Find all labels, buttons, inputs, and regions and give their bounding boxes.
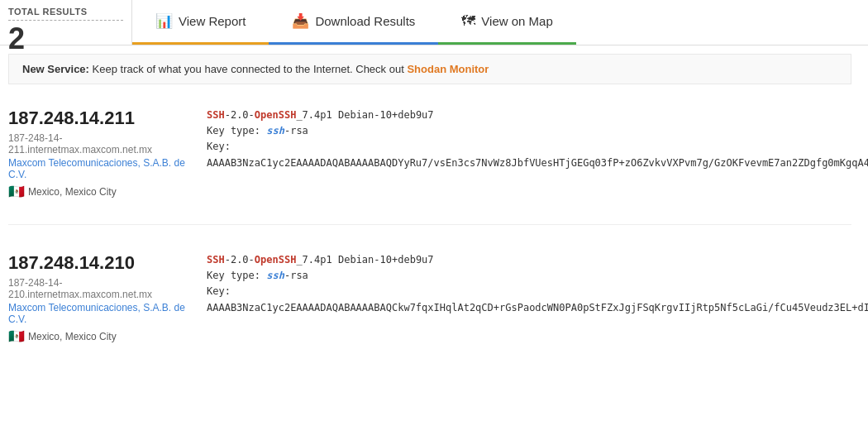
result-ip: 187.248.14.210 xyxy=(8,252,190,274)
result-layout: 187.248.14.211 187-248-14-211.internetma… xyxy=(8,108,851,199)
total-results-label: TOTAL RESULTS xyxy=(8,7,123,21)
tab-view-on-map[interactable]: 🗺 View on Map xyxy=(438,0,575,45)
result-org[interactable]: Maxcom Telecomunicaciones, S.A.B. de C.V… xyxy=(8,157,190,180)
key-type: Key type: ssh-rsa xyxy=(207,268,868,284)
main-content: New Service: Keep track of what you have… xyxy=(0,54,868,361)
tab-view-report-label: View Report xyxy=(179,14,246,28)
result-hostname: 187-248-14-211.internetmax.maxcom.net.mx xyxy=(8,132,190,155)
map-icon: 🗺 xyxy=(461,13,475,30)
total-results-panel: TOTAL RESULTS 2 xyxy=(0,0,132,45)
results-container: 187.248.14.211 187-248-14-211.internetma… xyxy=(8,93,860,361)
result-right: SSH-2.0-OpenSSH_7.4p1 Debian-10+deb9u7 K… xyxy=(207,252,868,344)
result-layout: 187.248.14.210 187-248-14-210.internetma… xyxy=(8,252,851,344)
download-icon: 📥 xyxy=(292,12,309,30)
ssh-banner: SSH-2.0-OpenSSH_7.4p1 Debian-10+deb9u7 xyxy=(207,108,868,123)
result-ip: 187.248.14.211 xyxy=(8,108,190,129)
key-value: Key: AAAAB3NzaC1yc2EAAAADAQABAAAABAQDYyR… xyxy=(207,139,868,170)
result-right: SSH-2.0-OpenSSH_7.4p1 Debian-10+deb9u7 K… xyxy=(207,108,868,199)
result-item: 187.248.14.210 187-248-14-210.internetma… xyxy=(8,237,860,361)
total-results-count: 2 xyxy=(8,24,123,54)
shodan-monitor-link[interactable]: Shodan Monitor xyxy=(407,63,489,75)
flag-icon: 🇲🇽 xyxy=(8,184,25,199)
flag-icon: 🇲🇽 xyxy=(8,328,25,344)
result-location: 🇲🇽 Mexico, Mexico City xyxy=(8,184,190,199)
notice-bold: New Service: xyxy=(22,63,89,75)
result-hostname: 187-248-14-210.internetmax.maxcom.net.mx xyxy=(8,277,190,300)
location-text: Mexico, Mexico City xyxy=(28,331,117,342)
result-divider xyxy=(8,224,851,225)
key-value: Key: AAAAB3NzaC1yc2EAAAADAQABAAAABAQCkw7… xyxy=(207,284,868,315)
result-location: 🇲🇽 Mexico, Mexico City xyxy=(8,328,190,344)
report-icon: 📊 xyxy=(155,12,173,30)
tab-view-report[interactable]: 📊 View Report xyxy=(132,0,269,45)
tab-bar: 📊 View Report 📥 Download Results 🗺 View … xyxy=(132,0,868,45)
tab-view-on-map-label: View on Map xyxy=(481,14,552,28)
location-text: Mexico, Mexico City xyxy=(28,186,117,198)
result-left: 187.248.14.211 187-248-14-211.internetma… xyxy=(8,108,190,199)
key-type: Key type: ssh-rsa xyxy=(207,123,868,139)
result-left: 187.248.14.210 187-248-14-210.internetma… xyxy=(8,252,190,344)
notice-text: Keep track of what you have connected to… xyxy=(89,63,407,75)
tab-download-results[interactable]: 📥 Download Results xyxy=(269,0,438,45)
result-org[interactable]: Maxcom Telecomunicaciones, S.A.B. de C.V… xyxy=(8,302,190,325)
notice-bar: New Service: Keep track of what you have… xyxy=(8,54,851,84)
result-item: 187.248.14.211 187-248-14-211.internetma… xyxy=(8,93,860,216)
tab-download-results-label: Download Results xyxy=(315,14,415,28)
ssh-banner: SSH-2.0-OpenSSH_7.4p1 Debian-10+deb9u7 xyxy=(207,252,868,268)
